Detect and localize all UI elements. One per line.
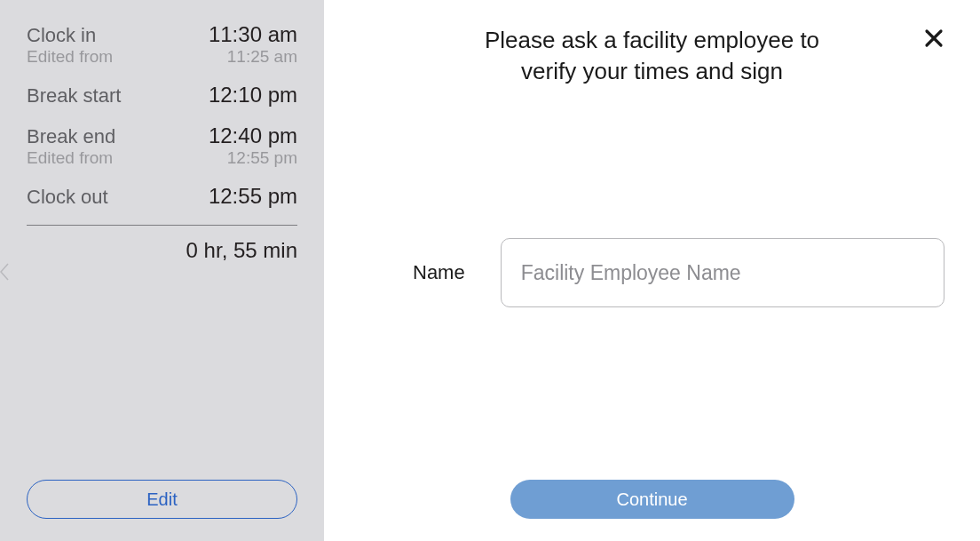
break-start-label: Break start xyxy=(27,84,121,107)
break-end-edited-label: Edited from xyxy=(27,148,113,168)
clock-in-edited-label: Edited from xyxy=(27,47,113,67)
time-row-clock-in: Clock in 11:30 am xyxy=(27,22,297,47)
clock-in-edited: Edited from 11:25 am xyxy=(27,47,297,67)
back-chevron-icon[interactable] xyxy=(0,262,11,285)
clock-in-value: 11:30 am xyxy=(209,22,297,47)
verify-title-line1: Please ask a facility employee to xyxy=(485,27,819,53)
clock-out-label: Clock out xyxy=(27,186,108,209)
total-duration: 0 hr, 55 min xyxy=(27,238,297,263)
name-label: Name xyxy=(413,261,465,284)
continue-button[interactable]: Continue xyxy=(510,480,794,519)
break-end-edited-value: 12:55 pm xyxy=(227,148,297,168)
time-row-break-end: Break end 12:40 pm xyxy=(27,123,297,148)
time-summary-sidebar: Clock in 11:30 am Edited from 11:25 am B… xyxy=(0,0,324,541)
break-start-value: 12:10 pm xyxy=(209,83,297,107)
total-divider xyxy=(27,225,297,226)
close-icon xyxy=(923,25,944,54)
break-end-edited: Edited from 12:55 pm xyxy=(27,148,297,168)
verify-title-line2: verify your times and sign xyxy=(521,58,783,84)
verify-panel: Please ask a facility employee to verify… xyxy=(324,0,980,541)
clock-in-label: Clock in xyxy=(27,24,96,47)
time-rows: Clock in 11:30 am Edited from 11:25 am B… xyxy=(27,22,297,263)
break-end-label: Break end xyxy=(27,125,115,148)
clock-in-edited-value: 11:25 am xyxy=(227,47,297,67)
break-end-value: 12:40 pm xyxy=(209,123,297,148)
verify-title: Please ask a facility employee to verify… xyxy=(485,25,819,87)
edit-button[interactable]: Edit xyxy=(27,480,297,519)
facility-employee-name-input[interactable] xyxy=(501,238,944,307)
time-row-clock-out: Clock out 12:55 pm xyxy=(27,184,297,209)
close-button[interactable] xyxy=(920,23,948,57)
time-row-break-start: Break start 12:10 pm xyxy=(27,83,297,107)
verify-header: Please ask a facility employee to verify… xyxy=(360,25,944,87)
name-form-row: Name xyxy=(360,238,944,307)
clock-out-value: 12:55 pm xyxy=(209,184,297,209)
